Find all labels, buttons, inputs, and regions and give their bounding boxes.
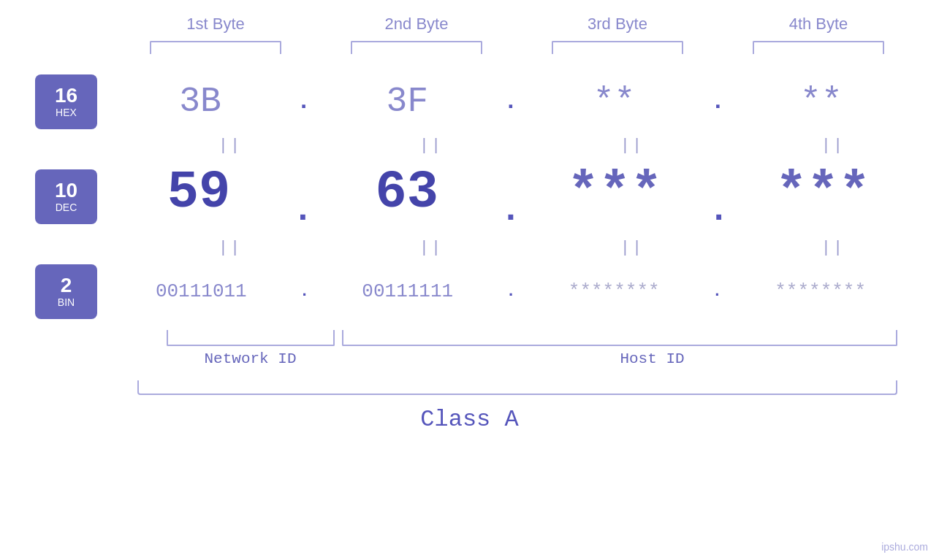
bin-badge: 2 BIN — [35, 264, 97, 319]
dec-b4: *** — [742, 163, 903, 223]
hex-dot1: . — [297, 88, 311, 115]
hex-b1: 3B — [120, 82, 281, 121]
bin-badge-number: 2 — [61, 275, 72, 297]
hex-badge-number: 16 — [55, 85, 77, 107]
hex-b3: ** — [534, 82, 695, 121]
eq1-b4: || — [753, 137, 913, 155]
byte2-header: 2nd Byte — [336, 15, 497, 34]
bin-b3: ******** — [533, 280, 694, 302]
dec-badge: 10 DEC — [35, 169, 97, 224]
id-labels-row: Network ID Host ID — [115, 350, 919, 367]
bracket-b1 — [150, 41, 281, 54]
bin-dot1: . — [300, 283, 309, 301]
hex-dot2: . — [503, 88, 517, 115]
equals-row-2: || || || || — [130, 237, 934, 258]
network-id-label: Network ID — [115, 350, 386, 367]
bracket-b4 — [753, 41, 884, 54]
host-bracket — [342, 330, 897, 346]
hex-badge: 16 HEX — [35, 74, 97, 129]
eq2-b3: || — [552, 239, 712, 257]
bin-badge-label: BIN — [58, 296, 75, 308]
byte-headers: 1st Byte 2nd Byte 3rd Byte 4th Byte — [115, 15, 919, 34]
bin-b2: 00111111 — [327, 280, 488, 302]
dec-dot3: . — [708, 191, 729, 230]
eq2-b1: || — [150, 239, 311, 257]
hex-b4: ** — [741, 82, 902, 121]
bracket-b2 — [351, 41, 482, 54]
full-bottom-bracket — [137, 380, 897, 395]
eq1-b2: || — [351, 137, 512, 155]
dec-badge-label: DEC — [56, 202, 77, 213]
bin-dot3: . — [712, 283, 722, 301]
byte1-header: 1st Byte — [135, 15, 296, 34]
hex-badge-label: HEX — [56, 107, 77, 118]
eq1-b3: || — [552, 137, 712, 155]
hex-b2: 3F — [327, 82, 487, 121]
main-container: 1st Byte 2nd Byte 3rd Byte 4th Byte 16 H… — [0, 0, 939, 560]
watermark: ipshu.com — [881, 541, 928, 553]
top-brackets — [115, 41, 919, 54]
eq2-b4: || — [753, 239, 913, 257]
dec-b2: 63 — [327, 163, 487, 223]
class-label: Class A — [0, 406, 939, 433]
hex-row: 16 HEX 3B . 3F . ** . ** — [0, 69, 939, 134]
hex-values: 3B . 3F . ** . ** — [112, 82, 939, 121]
host-id-label: Host ID — [386, 350, 919, 367]
equals-row-1: || || || || — [130, 134, 934, 156]
bin-row: 2 BIN 00111011 . 00111111 . ******** . *… — [0, 258, 939, 324]
bin-dot2: . — [506, 283, 515, 301]
bin-values: 00111011 . 00111111 . ******** . *******… — [112, 280, 939, 302]
bracket-b3 — [552, 41, 683, 54]
byte3-header: 3rd Byte — [537, 15, 698, 34]
dec-b3: *** — [534, 163, 695, 223]
eq1-b1: || — [150, 137, 311, 155]
hex-dot3: . — [711, 88, 725, 115]
dec-b1: 59 — [118, 163, 279, 223]
network-bracket — [167, 330, 335, 346]
dec-badge-number: 10 — [55, 180, 77, 202]
dec-dot2: . — [501, 191, 522, 230]
dec-row: 10 DEC 59 . 63 . *** . *** — [0, 156, 939, 237]
bin-b4: ******** — [740, 280, 901, 302]
bin-b1: 00111011 — [121, 280, 281, 302]
bottom-bracket-row — [115, 330, 919, 346]
dec-dot1: . — [292, 191, 313, 230]
byte4-header: 4th Byte — [738, 15, 899, 34]
eq2-b2: || — [351, 239, 512, 257]
dec-values: 59 . 63 . *** . *** — [112, 163, 939, 230]
